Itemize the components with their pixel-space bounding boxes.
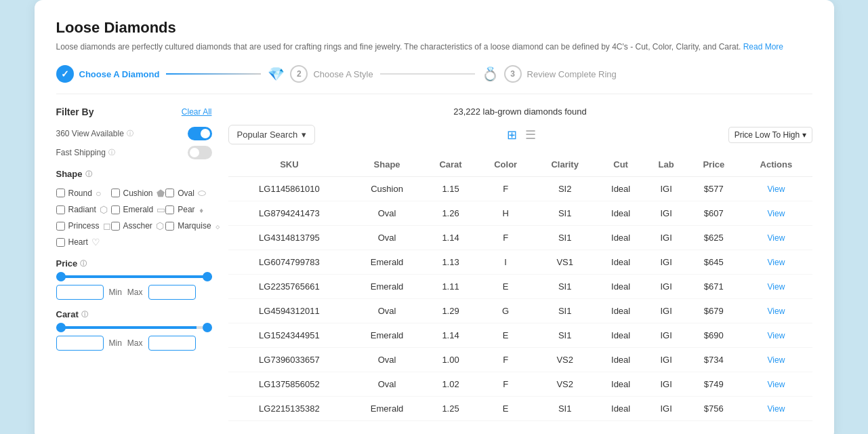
carat-slider-thumb-right[interactable] bbox=[203, 323, 212, 332]
view-link[interactable]: View bbox=[768, 307, 785, 316]
diamond-icon: 💎 bbox=[268, 66, 285, 82]
search-dropdown[interactable]: Popular Search ▾ bbox=[228, 125, 316, 144]
content-header: 23,222 lab-grown diamonds found bbox=[228, 106, 812, 117]
col-color: Color bbox=[478, 153, 533, 177]
carat-slider-thumb-left[interactable] bbox=[56, 323, 66, 332]
shape-pear-checkbox[interactable] bbox=[165, 205, 174, 214]
cell-clarity: SI2 bbox=[533, 177, 596, 201]
cell-action: View bbox=[740, 201, 812, 226]
results-count: 23,222 lab-grown diamonds found bbox=[228, 106, 812, 117]
toggle-fast-label: Fast Shipping ⓘ bbox=[56, 148, 115, 157]
shape-round-checkbox[interactable] bbox=[56, 189, 65, 197]
view-link[interactable]: View bbox=[768, 233, 785, 243]
cell-action: View bbox=[740, 250, 812, 275]
shape-oval: Oval ⬭ bbox=[165, 186, 220, 200]
cell-clarity: SI1 bbox=[533, 323, 596, 348]
cell-clarity: SI1 bbox=[533, 397, 596, 421]
cell-clarity: SI1 bbox=[533, 299, 596, 323]
table-row: LG6074799783 Emerald 1.13 I VS1 Ideal IG… bbox=[228, 250, 812, 275]
cell-carat: 1.14 bbox=[423, 226, 478, 250]
sort-dropdown[interactable]: Price Low To High ▾ bbox=[728, 127, 812, 143]
view-link[interactable]: View bbox=[768, 331, 785, 340]
cell-action: View bbox=[740, 323, 812, 348]
shape-princess-checkbox[interactable] bbox=[56, 222, 65, 231]
cell-carat: 1.02 bbox=[423, 372, 478, 397]
radiant-icon: ⬡ bbox=[100, 204, 108, 215]
cell-price: $690 bbox=[687, 323, 740, 348]
shape-oval-checkbox[interactable] bbox=[165, 189, 174, 197]
shape-asscher-checkbox[interactable] bbox=[111, 222, 120, 231]
price-section: Price ⓘ $577 Min Max $1,597,725 bbox=[56, 258, 212, 300]
round-icon: ○ bbox=[96, 188, 101, 199]
cell-color: F bbox=[478, 348, 533, 372]
shape-emerald-checkbox[interactable] bbox=[111, 205, 120, 214]
heart-icon: ♡ bbox=[91, 237, 100, 248]
sort-chevron-icon: ▾ bbox=[802, 130, 806, 140]
price-max-input[interactable]: $1,597,725 bbox=[148, 285, 196, 300]
carat-min-input[interactable]: 0.92 bbox=[56, 336, 104, 351]
cell-color: E bbox=[478, 397, 533, 421]
cell-sku: LG8794241473 bbox=[228, 201, 351, 226]
shape-marquise-checkbox[interactable] bbox=[165, 222, 174, 231]
shape-cushion-checkbox[interactable] bbox=[111, 189, 120, 197]
carat-inputs: 0.92 Min Max 15.93 bbox=[56, 336, 212, 351]
cell-lab: IGI bbox=[645, 226, 687, 250]
view-link[interactable]: View bbox=[768, 258, 785, 267]
cell-color: F bbox=[478, 226, 533, 250]
read-more-link[interactable]: Read More bbox=[743, 42, 783, 52]
filter-title: Filter By bbox=[56, 106, 94, 117]
cell-color: F bbox=[478, 372, 533, 397]
cell-lab: IGI bbox=[645, 299, 687, 323]
step-connector-1 bbox=[166, 73, 261, 75]
view-link[interactable]: View bbox=[768, 380, 785, 389]
shapes-grid: Round ○ Cushion ⬟ Oval ⬭ Radiant ⬡ bbox=[56, 186, 212, 249]
cell-price: $749 bbox=[687, 372, 740, 397]
view-link[interactable]: View bbox=[768, 184, 785, 194]
carat-max-input[interactable]: 15.93 bbox=[148, 336, 196, 351]
view-link[interactable]: View bbox=[768, 282, 785, 292]
col-sku: SKU bbox=[228, 153, 351, 177]
cell-carat: 1.25 bbox=[423, 397, 478, 421]
clear-all-button[interactable]: Clear All bbox=[182, 107, 212, 117]
cell-color: H bbox=[478, 201, 533, 226]
cell-sku: LG7396033657 bbox=[228, 348, 351, 372]
table-row: LG1145861010 Cushion 1.15 F SI2 Ideal IG… bbox=[228, 177, 812, 201]
carat-separator: Max bbox=[127, 338, 143, 348]
view-link[interactable]: View bbox=[768, 355, 785, 365]
toggle-fast[interactable] bbox=[188, 146, 212, 159]
cell-cut: Ideal bbox=[596, 177, 645, 201]
cell-cut: Ideal bbox=[596, 201, 645, 226]
view-link[interactable]: View bbox=[768, 404, 785, 414]
cell-carat: 1.00 bbox=[423, 348, 478, 372]
price-slider-bar[interactable] bbox=[56, 275, 212, 278]
price-min-input[interactable]: $577 bbox=[56, 285, 104, 300]
cell-sku: LG6074799783 bbox=[228, 250, 351, 275]
shape-radiant-checkbox[interactable] bbox=[56, 205, 65, 214]
toggle-360[interactable] bbox=[188, 127, 212, 140]
cell-color: F bbox=[478, 177, 533, 201]
price-slider-thumb-right[interactable] bbox=[203, 272, 212, 281]
cell-shape: Oval bbox=[350, 226, 423, 250]
grid-view-icon[interactable]: ⊞ bbox=[505, 126, 518, 144]
cell-lab: IGI bbox=[645, 275, 687, 299]
carat-slider-bar[interactable] bbox=[56, 326, 212, 329]
list-view-icon[interactable]: ☰ bbox=[524, 126, 537, 144]
main-layout: Filter By Clear All 360 View Available ⓘ… bbox=[56, 106, 812, 421]
cell-sku: LG1145861010 bbox=[228, 177, 351, 201]
step-1: ✓ Choose A Diamond bbox=[56, 65, 160, 83]
shape-pear: Pear ⬧ bbox=[165, 203, 220, 216]
chevron-down-icon: ▾ bbox=[302, 130, 306, 140]
cell-lab: IGI bbox=[645, 397, 687, 421]
shape-heart-checkbox[interactable] bbox=[56, 238, 65, 247]
shape-heart: Heart ♡ bbox=[56, 235, 111, 249]
cell-clarity: SI1 bbox=[533, 275, 596, 299]
cell-action: View bbox=[740, 177, 812, 201]
carat-min-label: Min bbox=[109, 338, 122, 348]
price-slider-thumb-left[interactable] bbox=[56, 272, 66, 281]
table-row: LG2235765661 Emerald 1.11 E SI1 Ideal IG… bbox=[228, 275, 812, 299]
view-link[interactable]: View bbox=[768, 209, 785, 218]
shape-radiant: Radiant ⬡ bbox=[56, 203, 111, 216]
cell-shape: Emerald bbox=[350, 397, 423, 421]
cell-sku: LG1524344951 bbox=[228, 323, 351, 348]
cell-lab: IGI bbox=[645, 372, 687, 397]
